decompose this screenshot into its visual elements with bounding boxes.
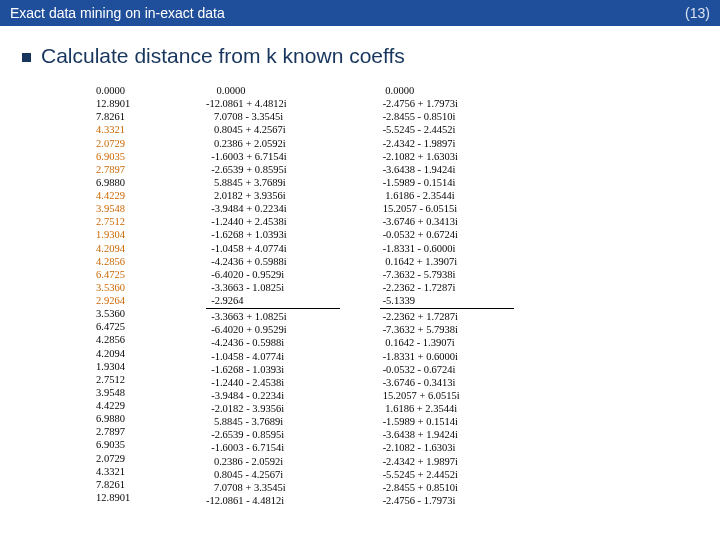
col-left-hl2: 4.4229 3.9548 2.7512 1.9304 4.2094 4.285… <box>96 190 125 306</box>
title-bar: Exact data mining on in-exact data (13) <box>0 0 720 26</box>
separator-mid <box>206 308 340 309</box>
slide-body: Calculate distance from k known coeffs 0… <box>0 26 720 507</box>
col-left-hl1: 4.3321 2.0729 6.9035 2.7897 <box>96 124 125 174</box>
bullet-icon <box>22 53 31 62</box>
heading: Calculate distance from k known coeffs <box>22 44 698 68</box>
column-mid: 0.0000 -12.0861 + 4.4812i 7.0708 - 3.354… <box>206 84 340 507</box>
col-left-part3: 3.5360 6.4725 4.2856 4.2094 1.9304 2.751… <box>96 308 130 503</box>
slide-title: Exact data mining on in-exact data <box>10 5 225 21</box>
columns: 0.0000 12.8901 7.8261 4.3321 2.0729 6.90… <box>22 84 698 507</box>
slide-number: (13) <box>685 5 710 21</box>
column-right: 0.0000 -2.4756 + 1.7973i -2.8455 - 0.851… <box>380 84 514 507</box>
col-right-top: 0.0000 -2.4756 + 1.7973i -2.8455 - 0.851… <box>380 85 458 306</box>
col-mid-top: 0.0000 -12.0861 + 4.4812i 7.0708 - 3.354… <box>206 85 287 306</box>
col-left-part1: 0.0000 12.8901 7.8261 <box>96 85 130 122</box>
heading-text: Calculate distance from k known coeffs <box>41 44 405 67</box>
separator-right <box>380 308 514 309</box>
col-mid-bot: -3.3663 + 1.0825i -6.4020 + 0.9529i -4.2… <box>206 311 287 506</box>
col-left-part2: 6.9880 <box>96 177 125 188</box>
column-left: 0.0000 12.8901 7.8261 4.3321 2.0729 6.90… <box>96 84 166 504</box>
col-right-bot: -2.2362 + 1.7287i -7.3632 + 5.7938i 0.16… <box>380 311 460 506</box>
